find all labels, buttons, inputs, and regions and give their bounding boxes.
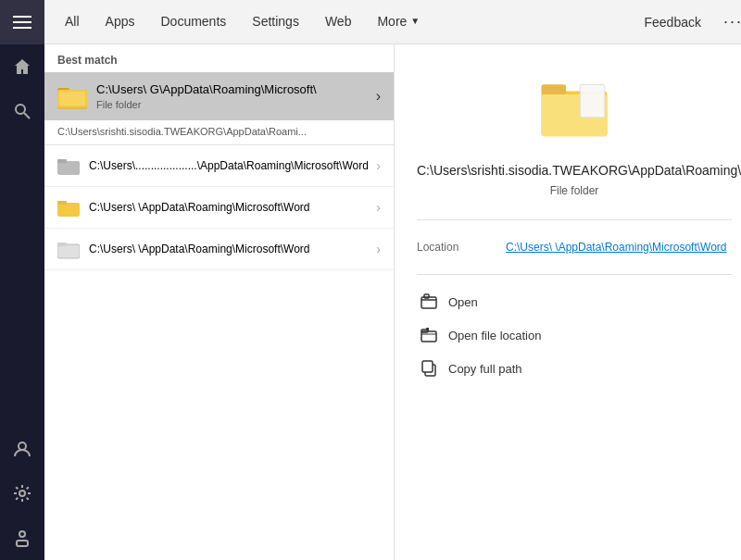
- tab-more[interactable]: More ▼: [364, 0, 433, 44]
- result-item-1-title: C:\Users\ \AppData\Roaming\Microsoft\Wor…: [89, 200, 376, 216]
- sidebar: [0, 0, 44, 560]
- selected-item-subtitle: File folder: [96, 99, 376, 110]
- feedback-button[interactable]: Feedback: [637, 15, 709, 30]
- tab-apps[interactable]: Apps: [93, 0, 148, 44]
- open-file-location-action[interactable]: Open file location: [417, 319, 732, 351]
- location-label: Location: [417, 241, 491, 254]
- open-file-location-label: Open file location: [448, 329, 541, 342]
- main-area: All Apps Documents Settings Web More ▼ F…: [44, 0, 741, 560]
- svg-rect-22: [580, 84, 605, 118]
- person-icon[interactable]: [0, 516, 44, 560]
- result-item-2-arrow-icon: ›: [376, 242, 381, 256]
- svg-point-3: [16, 105, 25, 114]
- open-icon: [421, 293, 437, 310]
- left-panel: Best match C:\Users\ G\AppData\Roaming\M…: [44, 44, 395, 560]
- folder-open-icon: [421, 327, 437, 343]
- detail-info: Location C:\Users\ \AppData\Roaming\Micr…: [417, 219, 732, 259]
- svg-line-4: [24, 113, 30, 118]
- svg-point-5: [19, 442, 26, 450]
- copy-full-path-action[interactable]: Copy full path: [417, 353, 732, 384]
- result-item-1[interactable]: C:\Users\ \AppData\Roaming\Microsoft\Wor…: [44, 187, 394, 229]
- result-item-0[interactable]: C:\Users\....................\AppData\Ro…: [44, 145, 394, 187]
- detail-folder-icon: [537, 72, 611, 146]
- best-match-label: Best match: [44, 44, 394, 72]
- settings-icon[interactable]: [0, 471, 44, 516]
- topbar: All Apps Documents Settings Web More ▼ F…: [44, 0, 741, 44]
- topbar-right: Feedback ···: [637, 12, 742, 31]
- svg-rect-25: [424, 294, 429, 298]
- copy-icon: [421, 360, 437, 377]
- tab-documents[interactable]: Documents: [147, 0, 239, 44]
- open-action[interactable]: Open: [417, 286, 732, 317]
- result-item-0-arrow-icon: ›: [376, 158, 381, 173]
- detail-title: C:\Users\srishti.sisodia.TWEAKORG\AppDat…: [417, 161, 732, 180]
- tab-settings[interactable]: Settings: [239, 0, 312, 44]
- result-item-2-text: C:\Users\ \AppData\Roaming\Microsoft\Wor…: [89, 242, 376, 257]
- svg-rect-12: [59, 92, 85, 106]
- svg-rect-16: [57, 201, 67, 205]
- svg-rect-17: [57, 244, 80, 258]
- tab-all[interactable]: All: [52, 0, 93, 44]
- svg-rect-13: [57, 161, 80, 175]
- result-item-0-title: C:\Users\....................\AppData\Ro…: [89, 158, 376, 174]
- svg-rect-18: [57, 243, 67, 246]
- copy-full-path-label: Copy full path: [448, 362, 522, 376]
- nav-tabs: All Apps Documents Settings Web More ▼: [52, 0, 637, 44]
- result-item-1-text: C:\Users\ \AppData\Roaming\Microsoft\Wor…: [89, 200, 376, 216]
- path-breadcrumb: C:\Users\srishti.sisodia.TWEAKORG\AppDat…: [44, 120, 394, 145]
- selected-result-item[interactable]: C:\Users\ G\AppData\Roaming\Microsoft\ F…: [44, 72, 394, 120]
- svg-rect-2: [13, 27, 31, 29]
- result-item-2[interactable]: C:\Users\ \AppData\Roaming\Microsoft\Wor…: [44, 229, 394, 270]
- open-action-label: Open: [448, 295, 478, 309]
- svg-rect-15: [57, 203, 80, 217]
- svg-rect-0: [13, 16, 31, 18]
- search-icon[interactable]: [0, 89, 44, 133]
- result-item-2-title: C:\Users\ \AppData\Roaming\Microsoft\Wor…: [89, 242, 376, 257]
- selected-item-arrow-icon: ›: [376, 88, 381, 105]
- detail-type: File folder: [550, 184, 599, 197]
- svg-rect-1: [13, 21, 31, 23]
- svg-point-6: [19, 491, 25, 496]
- folder-icon-white: [57, 238, 80, 260]
- folder-icon-selected: [57, 81, 87, 111]
- home-icon[interactable]: [0, 44, 44, 89]
- more-options-button[interactable]: ···: [720, 12, 741, 31]
- folder-icon-yellow: [57, 196, 80, 218]
- right-panel: C:\Users\srishti.sisodia.TWEAKORG\AppDat…: [395, 44, 741, 560]
- result-item-1-arrow-icon: ›: [376, 200, 381, 215]
- location-value[interactable]: C:\Users\ \AppData\Roaming\Microsoft\Wor…: [506, 241, 727, 254]
- result-item-0-text: C:\Users\....................\AppData\Ro…: [89, 158, 376, 174]
- selected-item-title: C:\Users\ G\AppData\Roaming\Microsoft\: [96, 82, 376, 98]
- svg-rect-14: [57, 159, 67, 163]
- selected-item-text: C:\Users\ G\AppData\Roaming\Microsoft\ F…: [96, 82, 376, 111]
- svg-rect-28: [426, 328, 429, 330]
- svg-point-7: [19, 531, 25, 537]
- chevron-down-icon: ▼: [410, 16, 420, 26]
- hamburger-menu-icon[interactable]: [0, 0, 44, 44]
- user-icon[interactable]: [0, 427, 44, 471]
- content-area: Best match C:\Users\ G\AppData\Roaming\M…: [44, 44, 741, 560]
- svg-rect-20: [541, 84, 566, 94]
- svg-rect-24: [421, 297, 436, 308]
- detail-actions: Open Open file location: [417, 274, 732, 384]
- folder-icon-gray: [57, 155, 80, 177]
- tab-web[interactable]: Web: [312, 0, 365, 44]
- svg-rect-30: [422, 361, 433, 372]
- location-row: Location C:\Users\ \AppData\Roaming\Micr…: [417, 235, 732, 259]
- svg-rect-8: [17, 541, 28, 546]
